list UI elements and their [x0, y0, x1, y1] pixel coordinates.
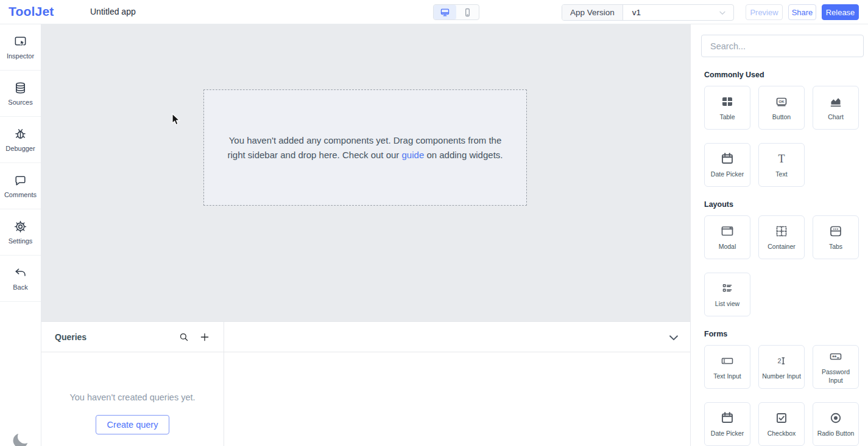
- app-canvas[interactable]: You haven't added any components yet. Dr…: [41, 24, 690, 321]
- chevron-down-icon: [718, 8, 727, 18]
- widget-card-label: Table: [718, 113, 736, 122]
- mobile-layout-button[interactable]: [456, 5, 479, 19]
- sidebar-item-settings[interactable]: Settings: [0, 209, 41, 256]
- section-title-commonly-used: Commonly Used: [704, 71, 868, 79]
- sidebar-item-label: Sources: [8, 99, 32, 106]
- query-editor-header: [224, 322, 690, 352]
- collapse-panel-chevron-icon[interactable]: [667, 331, 680, 344]
- svg-text:T: T: [778, 152, 785, 164]
- widget-card-number-input[interactable]: 2 Number Input: [758, 345, 805, 389]
- widget-card-text[interactable]: T Text: [758, 143, 805, 187]
- database-icon: [13, 81, 27, 95]
- password-input-icon: **: [828, 349, 843, 364]
- sidebar-item-label: Settings: [9, 237, 33, 245]
- widget-card-container[interactable]: Container: [758, 215, 805, 259]
- sidebar-item-comments[interactable]: Comments: [0, 163, 41, 209]
- widget-card-label: Container: [766, 243, 797, 251]
- sidebar-item-inspector[interactable]: Inspector: [0, 24, 41, 71]
- guide-link[interactable]: guide: [402, 150, 425, 160]
- widget-card-password-input[interactable]: ** Password Input: [813, 345, 859, 389]
- widget-card-label: Radio Button: [816, 430, 856, 438]
- calendar-icon: [720, 152, 735, 166]
- app-header: ToolJet Untitled app App Version v1 Prev…: [0, 0, 868, 24]
- number-input-icon: 2: [774, 354, 789, 368]
- desktop-layout-button[interactable]: [434, 5, 456, 19]
- widget-card-label: Date Picker: [709, 170, 746, 179]
- widget-card-list-view[interactable]: List view: [704, 273, 750, 316]
- widget-card-label: Password Input: [813, 368, 858, 385]
- widget-card-label: Text: [774, 170, 789, 179]
- query-search-button[interactable]: [174, 327, 194, 347]
- mouse-cursor: [171, 113, 181, 127]
- dark-mode-toggle-moon-icon[interactable]: [12, 431, 30, 446]
- tabs-icon: [828, 224, 843, 239]
- sidebar-item-label: Inspector: [7, 52, 34, 60]
- widget-card-tabs[interactable]: Tabs: [813, 215, 859, 259]
- radio-button-icon: [828, 411, 843, 425]
- widget-card-label: Checkbox: [766, 430, 798, 438]
- text-icon: T: [774, 152, 789, 166]
- queries-empty-text: You haven't created queries yet.: [41, 392, 224, 402]
- widget-card-label: Number Input: [760, 372, 803, 381]
- widget-card-chart[interactable]: Chart: [813, 86, 859, 130]
- table-icon: [720, 94, 735, 109]
- sidebar-item-back[interactable]: Back: [0, 256, 41, 302]
- section-title-layouts: Layouts: [704, 200, 868, 209]
- query-list-pane: Queries You haven't created queries yet.…: [41, 322, 224, 446]
- search-icon: [178, 332, 189, 343]
- forms-grid: Text Input 2 Number Input ** Password In…: [691, 345, 868, 446]
- widget-search-input[interactable]: [701, 35, 864, 57]
- widget-card-date-picker[interactable]: Date Picker: [704, 143, 750, 187]
- left-sidebar: Inspector Sources Debugger Comments Sett…: [0, 24, 41, 446]
- widget-card-date-picker-form[interactable]: Date Picker: [704, 402, 750, 446]
- sidebar-item-label: Debugger: [5, 145, 35, 152]
- sidebar-item-sources[interactable]: Sources: [0, 71, 41, 117]
- tooljet-logo[interactable]: ToolJet: [9, 4, 54, 19]
- plus-icon: [199, 332, 210, 343]
- empty-state-message: You haven't added any components yet. Dr…: [219, 133, 512, 162]
- sidebar-item-label: Comments: [4, 191, 37, 198]
- widget-card-table[interactable]: Table: [704, 86, 750, 130]
- widget-card-checkbox[interactable]: Checkbox: [758, 402, 805, 446]
- share-button[interactable]: Share: [788, 4, 816, 20]
- sidebar-item-debugger[interactable]: Debugger: [0, 117, 41, 163]
- query-list-empty-state: You haven't created queries yet. Create …: [41, 392, 224, 434]
- queries-title: Queries: [41, 332, 174, 342]
- widgets-sidebar: Commonly Used Table OK Button Chart: [690, 24, 868, 446]
- back-arrow-icon: [13, 266, 27, 280]
- widget-card-text-input[interactable]: Text Input: [704, 345, 750, 389]
- add-query-button[interactable]: [194, 327, 215, 347]
- app-version-value: v1: [632, 8, 641, 17]
- empty-state-text-after: on adding widgets.: [424, 150, 503, 160]
- svg-text:2: 2: [777, 357, 781, 364]
- release-button[interactable]: Release: [822, 4, 859, 20]
- text-input-icon: [720, 354, 735, 368]
- widget-card-modal[interactable]: Modal: [704, 215, 750, 259]
- bug-icon: [13, 127, 27, 141]
- mobile-icon: [462, 7, 473, 18]
- device-layout-toggle: [433, 4, 479, 20]
- widget-card-label: Modal: [717, 243, 738, 251]
- app-version-select[interactable]: v1: [623, 5, 733, 20]
- app-version-label: App Version: [562, 5, 623, 20]
- svg-text:**: **: [832, 354, 837, 360]
- comment-bubble-icon: [13, 173, 27, 187]
- widget-card-button[interactable]: OK Button: [758, 86, 805, 130]
- widget-card-label: Tabs: [827, 243, 844, 251]
- queries-panel: Queries You haven't created queries yet.…: [41, 321, 690, 446]
- section-title-forms: Forms: [704, 330, 868, 338]
- empty-state-dropzone[interactable]: You haven't added any components yet. Dr…: [203, 89, 527, 206]
- gear-icon: [13, 220, 27, 234]
- inspector-icon: [13, 35, 27, 49]
- app-name[interactable]: Untitled app: [90, 7, 136, 16]
- sidebar-item-label: Back: [13, 284, 27, 291]
- container-icon: [774, 224, 789, 239]
- widget-card-label: Text Input: [711, 372, 743, 381]
- calendar-icon: [720, 411, 735, 425]
- desktop-icon: [440, 7, 450, 18]
- preview-button[interactable]: Preview: [746, 4, 783, 20]
- layouts-grid: Modal Container Tabs: [691, 215, 868, 316]
- svg-text:OK: OK: [779, 100, 785, 103]
- create-query-button[interactable]: Create query: [96, 415, 170, 434]
- widget-card-radio-button[interactable]: Radio Button: [813, 402, 859, 446]
